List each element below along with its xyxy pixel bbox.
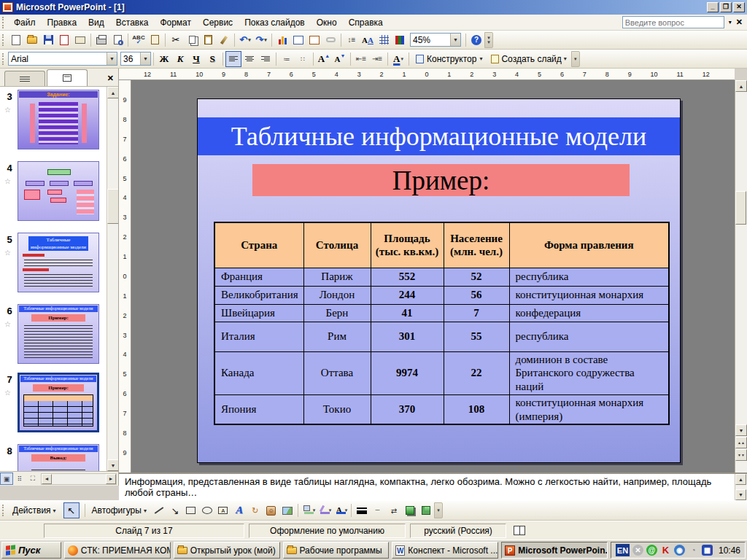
zoom-dropdown-icon[interactable]: ▼ [450, 34, 460, 46]
spelling-button[interactable]: ABC✓ [131, 32, 147, 48]
question-input[interactable] [622, 16, 724, 28]
table-cell-country[interactable]: Швейцария [214, 304, 303, 322]
standard-toolbar-options[interactable]: ▾▾ [484, 32, 493, 48]
show-grid-button[interactable] [376, 32, 392, 48]
menu-item[interactable]: Формат [154, 16, 197, 29]
tables-borders-button[interactable] [306, 32, 322, 48]
powerpoint-app-icon[interactable] [2, 2, 13, 12]
table-header-cell[interactable]: Площадь (тыс. кв.км.) [371, 222, 444, 268]
formatting-toolbar-grip[interactable] [2, 53, 6, 65]
panel-scroll-thumb[interactable] [107, 189, 118, 224]
draw-actions-button[interactable]: Действия [8, 504, 61, 517]
menu-item[interactable]: Вид [82, 16, 110, 29]
arrow-button[interactable]: ↘ [167, 502, 183, 518]
minimize-button[interactable]: _ [707, 2, 719, 12]
drawing-toolbar-options[interactable]: ▾ [434, 502, 443, 518]
print-preview-button[interactable] [109, 32, 125, 48]
table-cell-country[interactable]: Канада [214, 351, 303, 394]
text-box-button[interactable]: A [215, 502, 231, 518]
restore-button[interactable]: ❐ [720, 2, 732, 12]
slide-sorter-view-button[interactable]: ⠿ [13, 472, 26, 485]
fill-color-button[interactable] [301, 502, 317, 518]
menu-item[interactable]: Окно [311, 16, 343, 29]
table-cell-area[interactable]: 552 [371, 268, 444, 286]
shadow-button[interactable]: S [204, 51, 220, 67]
arrow-style-button[interactable]: ⇄ [386, 502, 402, 518]
animation-star-icon[interactable]: ☆ [4, 249, 11, 257]
table-cell-population[interactable]: 56 [444, 286, 509, 304]
line-style-button[interactable] [354, 502, 370, 518]
slide-thumbnail-7-selected[interactable]: Табличные информационные модели Пример: [18, 373, 99, 432]
table-cell-population[interactable]: 55 [444, 322, 509, 351]
new-button[interactable] [8, 32, 24, 48]
decrease-indent-button[interactable]: ⇤≡ [353, 51, 369, 67]
increase-font-button[interactable]: A▲ [316, 51, 332, 67]
taskbar-button-word[interactable]: W Конспект - Microsoft ... [392, 542, 498, 559]
table-cell-population[interactable]: 7 [444, 304, 509, 322]
mail-button[interactable] [72, 32, 88, 48]
save-button[interactable] [40, 32, 56, 48]
table-cell-country[interactable]: Италия [214, 322, 303, 351]
draw-font-color-button[interactable]: A [333, 502, 349, 518]
insert-hyperlink-button[interactable] [322, 32, 338, 48]
3d-style-button[interactable] [418, 502, 434, 518]
next-slide-button[interactable]: ▼▼ [735, 449, 747, 461]
table-cell-capital[interactable]: Оттава [303, 351, 371, 394]
scroll-up-button[interactable]: ▲ [735, 80, 747, 92]
align-left-button[interactable] [225, 51, 241, 67]
slide-thumbnail-8[interactable]: Табличные информационные модели Вывод: [18, 444, 99, 471]
tray-icon-kaspersky[interactable]: K [660, 545, 671, 556]
table-header-cell[interactable]: Страна [214, 222, 303, 268]
decrease-font-button[interactable]: A▼ [332, 51, 348, 67]
animation-star-icon[interactable]: ☆ [4, 177, 11, 185]
slide-table[interactable]: Страна Столица Площадь (тыс. кв.км.) Нас… [214, 222, 670, 425]
scroll-thumb[interactable] [735, 191, 746, 225]
panel-scroll-up-button[interactable]: ▲ [107, 87, 118, 98]
dash-style-button[interactable]: ┄ [370, 502, 386, 518]
numbering-button[interactable]: ≔ [279, 51, 295, 67]
shadow-style-button[interactable] [402, 502, 418, 518]
select-objects-button[interactable]: ↖ [63, 502, 80, 518]
panel-close-icon[interactable]: ✕ [107, 74, 114, 83]
menu-item[interactable]: Сервис [197, 16, 239, 29]
panel-scroll-down-button[interactable]: ▼ [107, 459, 118, 471]
slide-title-box[interactable]: Табличные информационные модели [198, 117, 680, 155]
font-size-combo[interactable]: 36 ▼ [120, 52, 151, 66]
redo-button[interactable]: ↷ [253, 32, 269, 48]
design-button[interactable]: Конструктор [411, 52, 487, 66]
slide-subtitle-box[interactable]: Пример: [252, 164, 630, 196]
table-cell-capital[interactable]: Париж [303, 268, 371, 286]
menubar-grip[interactable] [2, 17, 6, 28]
slide-thumbnail-6[interactable]: Табличные информационные модели Пример: [18, 304, 99, 364]
notes-scroll-up-button[interactable]: ▲ [735, 474, 746, 485]
underline-button[interactable]: Ч [188, 51, 204, 67]
font-name-combo[interactable]: Arial ▼ [8, 52, 117, 66]
animation-star-icon[interactable]: ☆ [4, 106, 11, 114]
paste-button[interactable] [200, 32, 216, 48]
table-cell-government[interactable]: доминион в составе Британского содружест… [509, 351, 669, 394]
question-dropdown-icon[interactable]: ▾ [729, 19, 732, 26]
tray-icon-icq[interactable]: @ [646, 545, 657, 556]
undo-button[interactable]: ↶ [237, 32, 253, 48]
table-header-cell[interactable]: Столица [303, 222, 371, 268]
line-color-button[interactable] [317, 502, 333, 518]
table-cell-capital[interactable]: Токио [303, 394, 371, 424]
table-cell-area[interactable]: 370 [371, 394, 444, 424]
research-button[interactable] [147, 32, 163, 48]
table-cell-capital[interactable]: Берн [303, 304, 371, 322]
menu-item[interactable]: Файл [8, 16, 42, 29]
insert-picture-button[interactable] [279, 502, 295, 518]
table-cell-government[interactable]: республика [509, 322, 669, 351]
rectangle-button[interactable] [183, 502, 199, 518]
tray-icon-x[interactable]: ✕ [632, 545, 643, 556]
zoom-combo[interactable]: 45% ▼ [410, 33, 461, 47]
table-cell-government[interactable]: республика [509, 268, 669, 286]
oval-button[interactable] [199, 502, 215, 518]
table-cell-area[interactable]: 41 [371, 304, 444, 322]
animation-star-icon[interactable]: ☆ [4, 320, 11, 328]
table-cell-country[interactable]: Япония [214, 394, 303, 424]
increase-indent-button[interactable]: ⇥≡ [369, 51, 385, 67]
open-button[interactable] [24, 32, 40, 48]
align-center-button[interactable] [241, 51, 258, 67]
print-button[interactable] [93, 32, 109, 48]
